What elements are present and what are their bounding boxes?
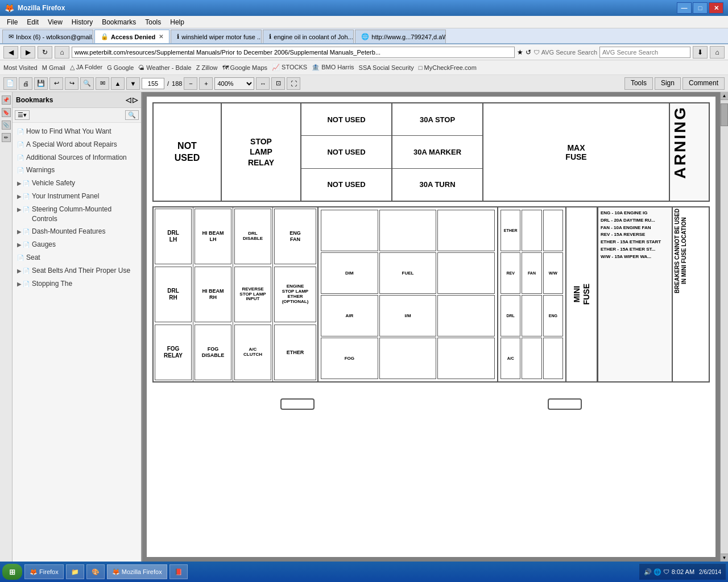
address-input[interactable] <box>72 47 515 58</box>
menu-view[interactable]: View <box>43 17 67 27</box>
start-button[interactable]: ⊞ <box>2 564 22 580</box>
rs-fuse-drl: DRL <box>500 295 520 336</box>
minimize-button[interactable]: — <box>677 2 692 14</box>
tb-btn-4[interactable]: ↩ <box>49 77 63 90</box>
scroll-down[interactable]: ▼ <box>721 554 728 562</box>
bookmark-social[interactable]: SSA Social Security <box>359 64 414 71</box>
menu-help[interactable]: Help <box>166 17 189 27</box>
sidebar-item-repairs[interactable]: 📄 A Special Word about Repairs <box>13 138 141 151</box>
tb-btn-3[interactable]: 💾 <box>34 77 48 90</box>
side-icon-4[interactable]: ✏ <box>2 133 11 142</box>
small-fuse-fog: FOG <box>321 338 378 379</box>
close-button[interactable]: ✕ <box>709 2 723 14</box>
expand-icon-8[interactable]: ▶ <box>17 228 22 236</box>
sidebar-item-seatbelts[interactable]: ▶ 📄 Seat Belts And Their Proper Use <box>13 264 141 277</box>
expand-icon-9[interactable]: ▶ <box>17 241 22 249</box>
sidebar-item-dash[interactable]: ▶ 📄 Dash-Mounted Features <box>13 225 141 238</box>
bookmark-checkfree[interactable]: □ MyCheckFree.com <box>419 64 477 71</box>
side-icon-3[interactable]: 📎 <box>2 120 11 130</box>
sidebar-item-how-to-find[interactable]: 📄 How to Find What You Want <box>13 125 141 138</box>
fit-page-button[interactable]: ⊡ <box>271 77 285 90</box>
taskbar-explorer[interactable]: 📁 <box>66 564 84 579</box>
fullscreen-button[interactable]: ⛶ <box>287 77 300 90</box>
top-fuse-not-used-large: NOTUSED <box>154 103 222 201</box>
refresh-button[interactable]: ↻ <box>38 46 52 59</box>
zoom-out-button[interactable]: − <box>184 77 197 90</box>
tab-inbox-label: Inbox (6) - wtolkson@gmail... <box>16 34 93 40</box>
expand-icon-12[interactable]: ▶ <box>17 280 22 288</box>
side-icon-1[interactable]: 📌 <box>2 95 11 105</box>
tb-btn-1[interactable]: 📄 <box>3 77 17 90</box>
rs-fuse-ether: ETHER <box>500 210 520 251</box>
expand-icon-11[interactable]: ▶ <box>17 267 22 275</box>
taskbar-paint[interactable]: 🎨 <box>86 564 105 579</box>
tb-btn-8[interactable]: ▲ <box>111 77 125 90</box>
sidebar-options-btn[interactable]: ☰▾ <box>15 110 30 120</box>
search-input[interactable] <box>599 47 690 58</box>
expand-icon-6[interactable]: ▶ <box>17 193 22 201</box>
tab-engine[interactable]: ℹ engine oil in coolant of Joh... ✕ <box>263 30 354 43</box>
bookmark-ja[interactable]: △ JA Folder <box>70 64 103 71</box>
download-button[interactable]: ⬇ <box>693 46 708 59</box>
scroll-thumb[interactable] <box>721 103 728 126</box>
bookmark-stocks[interactable]: 📈 STOCKS <box>272 64 307 71</box>
menu-history[interactable]: History <box>67 17 97 27</box>
tab-access-denied[interactable]: 🔒 Access Denied ✕ <box>94 30 169 43</box>
sidebar-item-stopping[interactable]: ▶ 📄 Stopping The <box>13 277 141 290</box>
side-icon-2[interactable]: 🔖 <box>2 108 11 117</box>
refresh-small-icon[interactable]: ↺ <box>526 48 531 56</box>
sidebar-item-steering[interactable]: ▶ 📄 Steering Column-Mounted Controls <box>13 203 141 226</box>
sidebar-collapse-btn[interactable]: ◁ ▷ <box>126 96 138 104</box>
forward-button[interactable]: ▶ <box>20 46 35 59</box>
bookmark-bmo[interactable]: 🏦 BMO Harris <box>312 64 354 71</box>
home2-button[interactable]: ⌂ <box>710 46 725 59</box>
sidebar-item-gauges[interactable]: ▶ 📄 Gauges <box>13 238 141 251</box>
tab-inbox[interactable]: ✉ Inbox (6) - wtolkson@gmail... ✕ <box>2 30 93 43</box>
sidebar-item-seat[interactable]: 📄 Seat <box>13 251 141 264</box>
zoom-select[interactable]: 400% 200% 150% 100% 75% <box>214 77 254 90</box>
star-icon[interactable]: ★ <box>517 48 523 56</box>
scroll-up[interactable]: ▲ <box>721 92 728 100</box>
tb-btn-7[interactable]: ✉ <box>96 77 109 90</box>
tab-url[interactable]: 🌐 http://www.g...799247,d.aWc... ✕ <box>355 30 446 43</box>
menu-file[interactable]: File <box>2 17 22 27</box>
home-button[interactable]: ⌂ <box>55 46 69 59</box>
tb-btn-2[interactable]: 🖨 <box>19 77 32 90</box>
bookmark-gmail[interactable]: M Gmail <box>42 64 65 71</box>
tb-btn-5[interactable]: ↪ <box>65 77 78 90</box>
bookmark-zillow[interactable]: Z Zillow <box>196 64 218 71</box>
comment-button[interactable]: Comment <box>682 77 725 90</box>
sidebar-item-warnings[interactable]: 📄 Warnings <box>13 164 141 177</box>
taskbar-firefox-active[interactable]: 🦊 Mozilla Firefox <box>107 564 167 579</box>
expand-icon-7[interactable]: ▶ <box>17 206 22 214</box>
bookmark-google[interactable]: G Google <box>107 64 134 71</box>
taskbar-firefox[interactable]: 🦊 Firefox <box>24 564 64 579</box>
tab-access-close[interactable]: ✕ <box>159 34 163 40</box>
tools-button[interactable]: Tools <box>624 77 653 90</box>
bookmark-maps[interactable]: 🗺 Google Maps <box>222 64 267 71</box>
small-fuse-im: I/M <box>379 295 437 336</box>
sidebar-item-instrument-panel[interactable]: ▶ 📄 Your Instrument Panel <box>13 190 141 203</box>
zoom-in-button[interactable]: + <box>199 77 213 90</box>
menu-edit[interactable]: Edit <box>22 17 43 27</box>
back-button[interactable]: ◀ <box>3 46 18 59</box>
sign-button[interactable]: Sign <box>655 77 681 90</box>
tab-wiper[interactable]: ℹ winshield wiper motor fuse ... ✕ <box>171 30 262 43</box>
pdf-toolbar: 📄 🖨 💾 ↩ ↪ 🔍 ✉ ▲ ▼ / 188 − + 400% 200% 15… <box>0 75 728 92</box>
bookmark-weather[interactable]: 🌤 Weather - Bdale <box>138 64 191 71</box>
menu-tools[interactable]: Tools <box>140 17 166 27</box>
maximize-button[interactable]: □ <box>693 2 708 14</box>
expand-icon-5[interactable]: ▶ <box>17 180 22 188</box>
bookmark-most-visited[interactable]: Most Visited <box>3 64 38 71</box>
sidebar-search-btn[interactable]: 🔍 <box>125 110 139 120</box>
pdf-area[interactable]: NOTUSED STOPLAMPRELAY NOT USED NOT USED … <box>142 92 728 562</box>
taskbar-acrobat[interactable]: 📕 <box>169 564 188 579</box>
menu-bookmarks[interactable]: Bookmarks <box>97 17 140 27</box>
scrollbar-vertical[interactable]: ▲ ▼ <box>720 92 728 562</box>
tb-btn-6[interactable]: 🔍 <box>80 77 94 90</box>
sidebar-item-sources[interactable]: 📄 Additional Sources of Information <box>13 151 141 164</box>
fit-width-button[interactable]: ↔ <box>256 77 270 90</box>
page-number-input[interactable] <box>142 78 164 89</box>
sidebar-item-vehicle-safety[interactable]: ▶ 📄 Vehicle Safety <box>13 177 141 190</box>
tb-btn-9[interactable]: ▼ <box>126 77 140 90</box>
